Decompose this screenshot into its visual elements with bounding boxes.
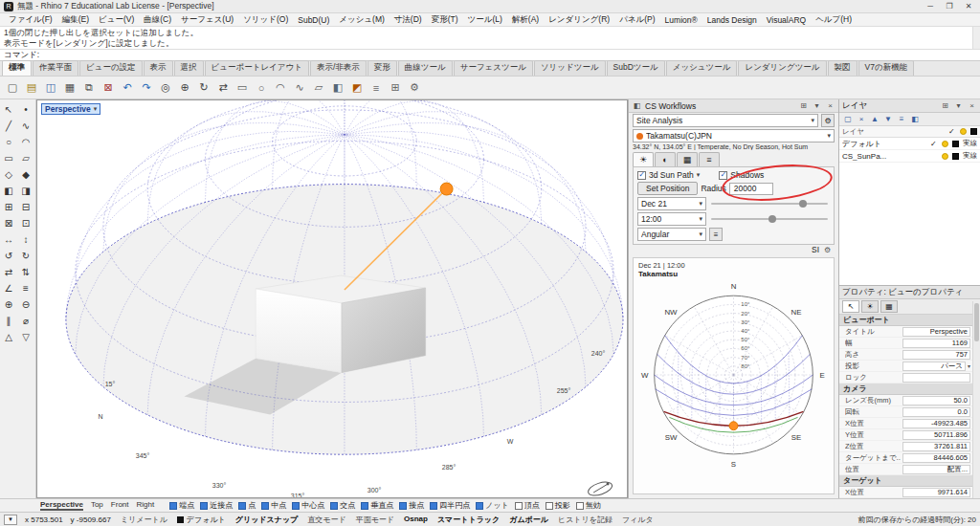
viewport-tab[interactable]: Front xyxy=(111,500,129,511)
maximize-button[interactable]: ❐ xyxy=(942,2,957,11)
line-tool-icon[interactable]: ╱ xyxy=(1,118,17,134)
rotate-icon[interactable]: ↻ xyxy=(18,248,34,264)
osnap-checkbox[interactable] xyxy=(200,502,208,510)
surface-tool-icon[interactable]: ◇ xyxy=(1,166,17,183)
delete-layer-icon[interactable]: × xyxy=(856,114,867,125)
layer-tools-icon[interactable]: ◧ xyxy=(909,114,921,125)
ribbon-tab[interactable]: レンダリングツール xyxy=(738,60,826,76)
osnap-toggle[interactable]: 中点 xyxy=(261,500,286,511)
preset-settings-button[interactable]: ⚙ xyxy=(821,114,835,127)
status-toggle[interactable]: グリッドスナップ xyxy=(234,515,301,525)
history-popup-button[interactable]: ▼ xyxy=(4,515,17,525)
ribbon-tab[interactable]: ビューポートレイアウト xyxy=(205,60,309,76)
menu-item[interactable]: 寸法(D) xyxy=(390,14,427,26)
rotate-view-icon[interactable]: ↻ xyxy=(195,79,212,97)
boolean-diff-icon[interactable]: ⊖ xyxy=(18,296,34,313)
panel-close-icon[interactable]: × xyxy=(967,101,977,110)
property-row[interactable]: ロック ▾ xyxy=(839,372,972,384)
parallel-icon[interactable]: ∥ xyxy=(1,313,17,329)
property-row[interactable]: X位置 -49923.485 ▾ xyxy=(839,418,972,429)
osnap-checkbox[interactable] xyxy=(515,502,523,510)
command-history[interactable]: 1個の閉じた押し出しを選択セットに追加しました。 表示モードを[レンダリング]に… xyxy=(0,27,980,50)
property-value[interactable]: 50.0 xyxy=(902,396,970,405)
ribbon-tab[interactable]: 作業平面 xyxy=(33,60,78,76)
date-select[interactable]: Dec 21 ▾ xyxy=(637,197,706,210)
light-properties-tab[interactable]: ☀ xyxy=(861,300,879,313)
menu-item[interactable]: Lands Design xyxy=(702,15,762,25)
menu-item[interactable]: 変形(T) xyxy=(427,14,463,26)
new-file-icon[interactable]: ▢ xyxy=(4,79,21,97)
layer-name[interactable]: デフォルト xyxy=(842,139,926,149)
property-value[interactable]: 1169 xyxy=(902,339,970,348)
property-row[interactable]: 投影 パース ▾ xyxy=(839,361,972,372)
close-button[interactable]: ✕ xyxy=(961,2,976,11)
swap-v-icon[interactable]: ⇅ xyxy=(18,264,34,280)
layer-color-swatch[interactable] xyxy=(952,141,959,147)
layer-name[interactable]: CS_SunPa... xyxy=(842,152,926,161)
osnap-toggle[interactable]: 投影 xyxy=(546,500,570,511)
property-row[interactable]: 幅 1169 ▾ xyxy=(839,338,972,349)
set-position-button[interactable]: Set Position xyxy=(637,182,698,195)
osnap-checkbox[interactable] xyxy=(361,502,368,510)
ribbon-tab[interactable]: 表示 xyxy=(144,60,173,76)
viewport-menu-caret-icon[interactable]: ▾ xyxy=(94,105,98,113)
osnap-toggle[interactable]: 頂点 xyxy=(515,500,540,511)
grid-icon[interactable]: ⊞ xyxy=(387,79,404,97)
osnap-toggle[interactable]: 中心点 xyxy=(292,500,324,511)
date-slider[interactable] xyxy=(709,198,830,209)
polygon-tool-icon[interactable]: ▱ xyxy=(310,79,327,97)
arc-tool-icon[interactable]: ◠ xyxy=(272,79,289,97)
circle-tool-icon[interactable]: ○ xyxy=(253,79,270,97)
status-toggle[interactable]: 直交モード xyxy=(305,515,347,525)
osnap-checkbox[interactable] xyxy=(476,502,483,510)
properties-scrollbar[interactable] xyxy=(972,301,980,498)
property-value[interactable] xyxy=(902,373,970,383)
property-value[interactable]: 84446.605 xyxy=(902,453,970,463)
angle-tool-icon[interactable]: ∠ xyxy=(1,280,17,296)
layers-icon[interactable]: ≡ xyxy=(368,79,385,97)
delete-box-icon[interactable]: ⊠ xyxy=(1,215,17,231)
curve-tool-icon[interactable]: ∿ xyxy=(291,79,308,97)
menu-item[interactable]: ツール(L) xyxy=(463,14,507,26)
polygon-tool-icon[interactable]: ▱ xyxy=(18,150,34,166)
rectangle-tool-icon[interactable]: ▭ xyxy=(234,79,251,97)
shade-icon[interactable]: ◧ xyxy=(329,79,346,97)
date-slider-knob[interactable] xyxy=(799,200,807,208)
panel-menu-caret-icon[interactable]: ▾ xyxy=(812,101,822,110)
osnap-toggle[interactable]: 無効 xyxy=(576,500,601,511)
osnap-checkbox[interactable] xyxy=(292,502,300,510)
view-swap-icon[interactable]: ⇄ xyxy=(214,79,232,97)
arc-tool-icon[interactable]: ◠ xyxy=(18,134,34,150)
ribbon-tab[interactable]: 表示/非表示 xyxy=(310,60,367,76)
ribbon-tab[interactable]: 変形 xyxy=(368,60,397,76)
radius-input[interactable]: 20000 xyxy=(729,183,773,195)
si-units-label[interactable]: SI xyxy=(812,245,819,254)
property-row[interactable]: 位置 配置... ▾ xyxy=(839,464,972,475)
swap-h-icon[interactable]: ⇄ xyxy=(1,264,17,280)
status-toggle[interactable]: ヒストリを記録 xyxy=(556,515,614,525)
osnap-checkbox[interactable] xyxy=(576,502,584,510)
viewport-tab[interactable]: Top xyxy=(91,500,103,511)
point-tool-icon[interactable]: • xyxy=(18,101,34,118)
ribbon-tab[interactable]: 標準 xyxy=(2,60,32,76)
ribbon-tab[interactable]: サーフェスツール xyxy=(454,60,533,76)
pan-icon[interactable]: ⊕ xyxy=(176,79,193,97)
menu-item[interactable]: レンダリング(R) xyxy=(544,14,614,26)
undo-rotate-icon[interactable]: ↺ xyxy=(1,248,17,264)
time-slider-knob[interactable] xyxy=(768,215,776,223)
dock-icon[interactable]: ⊞ xyxy=(798,101,809,110)
box-dot-icon[interactable]: ⊡ xyxy=(18,215,34,231)
layers-list-icon[interactable]: ≡ xyxy=(18,280,34,296)
location-select[interactable]: Takamatsu(C)JPN ▾ xyxy=(633,129,835,142)
dock-icon[interactable]: ⊞ xyxy=(940,101,950,110)
options-icon[interactable]: ⚙ xyxy=(406,79,423,97)
property-row[interactable]: Y位置 50711.896 ▾ xyxy=(839,429,972,441)
layer-linetype[interactable]: 実線 xyxy=(963,151,977,161)
menu-item[interactable]: ヘルプ(H) xyxy=(811,14,857,26)
render-icon[interactable]: ◩ xyxy=(348,79,366,97)
time-select[interactable]: 12:00 ▾ xyxy=(637,212,706,226)
layer-row[interactable]: CS_SunPa... 実線 xyxy=(839,150,980,163)
boolean-union-icon[interactable]: ⊕ xyxy=(1,296,17,313)
menu-item[interactable]: ソリッド(O) xyxy=(238,14,293,26)
diameter-icon[interactable]: ⌀ xyxy=(18,313,34,329)
